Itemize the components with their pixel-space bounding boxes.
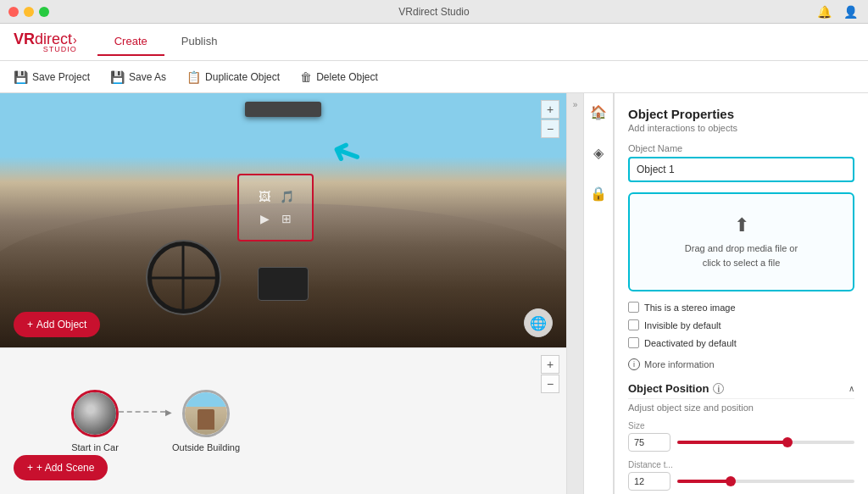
duplicate-label: Duplicate Object bbox=[205, 71, 280, 83]
zoom-in-button[interactable]: + bbox=[541, 100, 559, 119]
sidebar-icon-column: 🏠 ◈ 🔒 bbox=[583, 93, 614, 494]
more-info[interactable]: i More information bbox=[628, 358, 854, 370]
titlebar: VRdirect Studio 🔔 👤 bbox=[0, 0, 868, 24]
scene-dashes bbox=[119, 411, 165, 413]
media-object[interactable]: 🖼 🎵 ▶ ⊞ bbox=[237, 174, 314, 241]
user-icon[interactable]: 👤 bbox=[843, 5, 858, 19]
building-thumb-image bbox=[185, 392, 227, 435]
checkbox-deactivated[interactable]: Deactivated by default bbox=[628, 337, 854, 348]
window-controls bbox=[8, 7, 49, 17]
save-project-label: Save Project bbox=[32, 71, 90, 83]
add-scene-plus: + bbox=[27, 462, 33, 474]
car-interior-bg: 🖼 🎵 ▶ ⊞ ➜ + − + Add Object bbox=[0, 93, 566, 347]
object-position-title: Object Position i bbox=[628, 382, 724, 395]
checkbox-invisible[interactable]: Invisible by default bbox=[628, 319, 854, 330]
distance-slider-fill bbox=[677, 480, 731, 483]
save-project-icon: 💾 bbox=[14, 70, 28, 84]
steering-wheel bbox=[147, 241, 220, 314]
grid-icon-cell: ⊞ bbox=[277, 209, 296, 228]
layers-icon-button[interactable]: ◈ bbox=[587, 141, 610, 164]
scene-zoom-in-btn[interactable]: + bbox=[541, 355, 559, 374]
tab-publish[interactable]: Publish bbox=[164, 28, 235, 56]
media-icons-grid: 🖼 🎵 ▶ ⊞ bbox=[255, 187, 296, 228]
save-project-button[interactable]: 💾 Save Project bbox=[14, 70, 90, 84]
scene-label-car: Start in Car bbox=[71, 442, 119, 452]
upload-icon: ⬆ bbox=[643, 214, 839, 236]
globe-button[interactable]: 🌐 bbox=[524, 308, 553, 337]
object-name-input[interactable] bbox=[628, 157, 854, 182]
image-icon-cell: 🖼 bbox=[255, 187, 274, 206]
size-label: Size bbox=[628, 421, 854, 430]
panel-subtitle: Add interactions to objects bbox=[628, 123, 854, 133]
object-name-label: Object Name bbox=[628, 143, 854, 153]
home-icon-button[interactable]: 🏠 bbox=[587, 100, 610, 124]
drop-zone-text: Drag and drop media file orclick to sele… bbox=[643, 241, 839, 269]
minimize-button[interactable] bbox=[24, 7, 34, 17]
bell-icon[interactable]: 🔔 bbox=[817, 5, 832, 19]
scene-zoom-out-btn[interactable]: − bbox=[541, 375, 559, 393]
close-button[interactable] bbox=[8, 7, 19, 17]
checkbox-stereo-box bbox=[628, 302, 639, 313]
delete-icon: 🗑 bbox=[300, 70, 312, 84]
info-icon: i bbox=[628, 358, 640, 370]
checkbox-invisible-label: Invisible by default bbox=[644, 320, 721, 330]
size-input[interactable] bbox=[628, 433, 670, 452]
checkbox-invisible-box bbox=[628, 319, 639, 330]
size-slider-thumb bbox=[782, 437, 793, 447]
properties-panel: Object Properties Add interactions to ob… bbox=[614, 93, 868, 494]
scene-label-building: Outside Building bbox=[172, 442, 240, 452]
checkbox-deactivated-box bbox=[628, 337, 639, 348]
duplicate-object-button[interactable]: 📋 Duplicate Object bbox=[186, 70, 280, 84]
lock-icon-button[interactable]: 🔒 bbox=[587, 181, 610, 205]
checkbox-deactivated-label: Deactivated by default bbox=[644, 338, 737, 348]
add-object-plus: + bbox=[27, 319, 33, 330]
add-object-label: Add Object bbox=[36, 319, 86, 330]
maximize-button[interactable] bbox=[39, 7, 49, 17]
logo-studio: STUDIO bbox=[14, 45, 77, 53]
checkbox-stereo-label: This is a stereo image bbox=[644, 303, 736, 313]
main-area: 🖼 🎵 ▶ ⊞ ➜ + − + Add Object bbox=[0, 93, 868, 494]
size-slider-row bbox=[628, 433, 854, 452]
navbar: VRdirect› STUDIO Create Publish bbox=[0, 24, 868, 61]
zoom-out-button[interactable]: − bbox=[541, 119, 559, 138]
center-display bbox=[258, 267, 309, 301]
distance-label: Distance t... bbox=[628, 460, 854, 469]
checkbox-stereo[interactable]: This is a stereo image bbox=[628, 302, 854, 313]
scene-area-zoom: + − bbox=[541, 355, 559, 393]
position-subtitle: Adjust object size and position bbox=[628, 402, 854, 413]
checkbox-group: This is a stereo image Invisible by defa… bbox=[628, 302, 854, 348]
distance-slider-track[interactable] bbox=[677, 480, 854, 483]
scene-thumb-building bbox=[182, 390, 230, 437]
size-slider-fill bbox=[677, 441, 787, 444]
car-thumb-image bbox=[74, 392, 116, 435]
save-as-icon: 💾 bbox=[110, 70, 125, 84]
scene-arrow-icon: ▶ bbox=[165, 408, 172, 417]
building-shape bbox=[198, 409, 214, 430]
titlebar-icons: 🔔 👤 bbox=[817, 5, 858, 19]
object-name-group: Object Name bbox=[628, 143, 854, 182]
nav-tabs: Create Publish bbox=[97, 28, 235, 56]
logo: VRdirect› STUDIO bbox=[14, 31, 77, 53]
scene-thumb-car bbox=[71, 390, 119, 437]
window-title: VRdirect Studio bbox=[398, 6, 469, 18]
drop-zone[interactable]: ⬆ Drag and drop media file orclick to se… bbox=[628, 192, 854, 291]
delete-object-button[interactable]: 🗑 Delete Object bbox=[300, 70, 378, 84]
zoom-controls: + − bbox=[541, 100, 559, 138]
distance-slider-row bbox=[628, 472, 854, 491]
scene-item-building[interactable]: Outside Building bbox=[172, 390, 240, 452]
scene-item-car[interactable]: Start in Car bbox=[71, 390, 119, 452]
tab-create[interactable]: Create bbox=[97, 28, 164, 56]
chevron-up-icon: ∧ bbox=[849, 384, 854, 393]
distance-input[interactable] bbox=[628, 472, 670, 491]
object-position-section-header[interactable]: Object Position i ∧ bbox=[628, 382, 854, 399]
size-slider-track[interactable] bbox=[677, 441, 854, 444]
add-scene-label: + Add Scene bbox=[36, 462, 94, 474]
add-object-button[interactable]: + Add Object bbox=[14, 312, 100, 337]
save-as-button[interactable]: 💾 Save As bbox=[110, 70, 166, 84]
toolbar: 💾 Save Project 💾 Save As 📋 Duplicate Obj… bbox=[0, 61, 868, 93]
size-slider-group: Size bbox=[628, 421, 854, 452]
add-scene-button[interactable]: + + Add Scene bbox=[14, 455, 108, 480]
panel-title: Object Properties bbox=[628, 107, 854, 121]
sidebar-toggle[interactable]: » bbox=[566, 93, 583, 494]
play-icon-cell: ▶ bbox=[255, 209, 274, 228]
